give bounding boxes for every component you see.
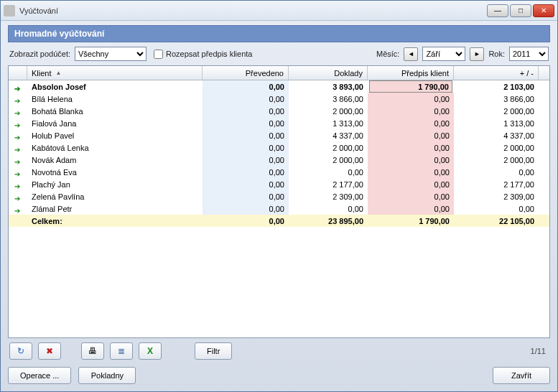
cell-transferred: 0,00: [203, 93, 289, 105]
table-row[interactable]: Bohatá Blanka0,002 000,000,002 000,00: [9, 105, 549, 117]
cell-diff: 0,00: [454, 202, 539, 215]
table-row[interactable]: Novotná Eva0,000,000,000,00: [9, 166, 549, 178]
maximize-button[interactable]: □: [510, 4, 531, 17]
cell-diff: 4 337,00: [454, 129, 539, 141]
row-arrow-icon: [9, 129, 27, 141]
cell-diff: 2 177,00: [454, 178, 539, 190]
table-row[interactable]: Bílá Helena0,003 866,000,003 866,00: [9, 93, 549, 105]
total-documents: 23 895,00: [289, 215, 368, 227]
operations-button[interactable]: Operace ...: [8, 367, 71, 384]
app-icon: [4, 5, 15, 17]
row-arrow-icon: [9, 105, 27, 117]
table-row[interactable]: Kabátová Lenka0,002 000,000,002 000,00: [9, 141, 549, 154]
row-arrow-icon: [9, 166, 27, 178]
cell-transferred: 0,00: [203, 80, 289, 93]
cell-documents: 3 866,00: [289, 93, 368, 105]
table-row[interactable]: Plachý Jan0,002 177,000,002 177,00: [9, 178, 549, 190]
cell-client-rule[interactable]: ✎1 790,00: [368, 80, 454, 93]
print-icon: 🖶: [88, 346, 97, 356]
cell-documents: 2 177,00: [289, 178, 368, 190]
month-next-button[interactable]: ►: [470, 47, 484, 61]
year-select[interactable]: 2011: [509, 47, 549, 61]
total-icon-cell: [9, 215, 27, 227]
cell-client: Plachý Jan: [27, 178, 203, 190]
cell-transferred: 0,00: [203, 141, 289, 154]
filter-button[interactable]: Filtr: [195, 342, 232, 360]
month-prev-button[interactable]: ◄: [404, 47, 418, 61]
cell-client-rule: 0,00: [368, 105, 454, 117]
minimize-button[interactable]: —: [487, 4, 508, 17]
cell-transferred: 0,00: [203, 154, 289, 166]
cell-documents: 2 000,00: [289, 141, 368, 154]
row-arrow-icon: [9, 117, 27, 129]
table-row[interactable]: Zlámal Petr0,000,000,000,00: [9, 202, 549, 215]
col-header-transferred[interactable]: Převedeno: [203, 66, 289, 80]
list-button[interactable]: ≣: [110, 342, 133, 360]
cell-client-rule: 0,00: [368, 117, 454, 129]
month-label: Měsíc:: [376, 50, 399, 58]
cell-transferred: 0,00: [203, 178, 289, 190]
close-window-button[interactable]: ✕: [533, 4, 554, 17]
window-title: Vyúčtování: [19, 6, 487, 15]
table-row[interactable]: Fialová Jana0,001 313,000,001 313,00: [9, 117, 549, 129]
col-header-documents[interactable]: Doklady: [289, 66, 368, 80]
cell-documents: 2 000,00: [289, 154, 368, 166]
cashdesks-button[interactable]: Pokladny: [78, 367, 136, 384]
cell-client: Fialová Jana: [27, 117, 203, 129]
excel-button[interactable]: X: [139, 342, 162, 360]
refresh-button[interactable]: ↻: [9, 342, 32, 360]
cell-diff: 2 309,00: [454, 190, 539, 202]
cell-transferred: 0,00: [203, 129, 289, 141]
cell-transferred: 0,00: [203, 105, 289, 117]
excel-icon: X: [147, 346, 153, 356]
cell-documents: 0,00: [289, 202, 368, 215]
cell-documents: 0,00: [289, 166, 368, 178]
chevron-right-icon: ►: [474, 50, 480, 57]
cell-diff: 3 866,00: [454, 93, 539, 105]
subaccount-select[interactable]: Všechny: [75, 47, 147, 61]
cell-diff: 1 313,00: [454, 117, 539, 129]
cell-client-rule: 0,00: [368, 129, 454, 141]
sort-asc-icon: ▲: [56, 70, 62, 76]
print-button[interactable]: 🖶: [81, 342, 104, 360]
row-arrow-icon: [9, 202, 27, 215]
col-header-client[interactable]: Klient▲: [27, 66, 203, 80]
table-row[interactable]: Novák Adam0,002 000,000,002 000,00: [9, 154, 549, 166]
cell-diff: 2 000,00: [454, 105, 539, 117]
app-window: Vyúčtování — □ ✕ Hromadné vyúčtování Zob…: [0, 0, 558, 392]
grid-header: Klient▲ Převedeno Doklady Předpis klient…: [9, 66, 549, 80]
cell-client-rule: 0,00: [368, 141, 454, 154]
month-select[interactable]: Září: [422, 47, 465, 61]
row-arrow-icon: [9, 93, 27, 105]
col-header-client-rule[interactable]: Předpis klient: [368, 66, 454, 80]
delete-button[interactable]: ✖: [38, 342, 61, 360]
refresh-icon: ↻: [17, 346, 24, 356]
total-diff: 22 105,00: [454, 215, 539, 227]
table-row[interactable]: Zelená Pavlína0,002 309,000,002 309,00: [9, 190, 549, 202]
cell-client: Absolon Josef: [27, 80, 203, 93]
col-header-diff[interactable]: + / -: [454, 66, 539, 80]
cell-documents: 2 309,00: [289, 190, 368, 202]
action-toolbar: ↻ ✖ 🖶 ≣ X Filtr 1/11: [8, 338, 550, 364]
cell-diff: 2 000,00: [454, 154, 539, 166]
cell-documents: 4 337,00: [289, 129, 368, 141]
delete-icon: ✖: [46, 346, 53, 356]
cell-transferred: 0,00: [203, 202, 289, 215]
cell-transferred: 0,00: [203, 166, 289, 178]
grid-body[interactable]: Absolon Josef0,003 893,00✎1 790,002 103,…: [9, 80, 549, 337]
table-row[interactable]: Absolon Josef0,003 893,00✎1 790,002 103,…: [9, 80, 549, 93]
cell-diff: 2 000,00: [454, 141, 539, 154]
close-button[interactable]: Zavřít: [493, 367, 550, 384]
table-row[interactable]: Holub Pavel0,004 337,000,004 337,00: [9, 129, 549, 141]
expand-rule-checkbox[interactable]: [154, 50, 163, 59]
cell-diff: 0,00: [454, 166, 539, 178]
titlebar[interactable]: Vyúčtování — □ ✕: [1, 1, 557, 21]
cell-client-rule: 0,00: [368, 190, 454, 202]
col-header-icon[interactable]: [9, 66, 27, 80]
data-grid: Klient▲ Převedeno Doklady Předpis klient…: [8, 65, 550, 338]
row-arrow-icon: [9, 178, 27, 190]
pager-label: 1/11: [531, 347, 549, 355]
cell-client: Novotná Eva: [27, 166, 203, 178]
cell-client: Novák Adam: [27, 154, 203, 166]
filter-toolbar: Zobrazit podúčet: Všechny Rozepsat předp…: [8, 42, 550, 65]
